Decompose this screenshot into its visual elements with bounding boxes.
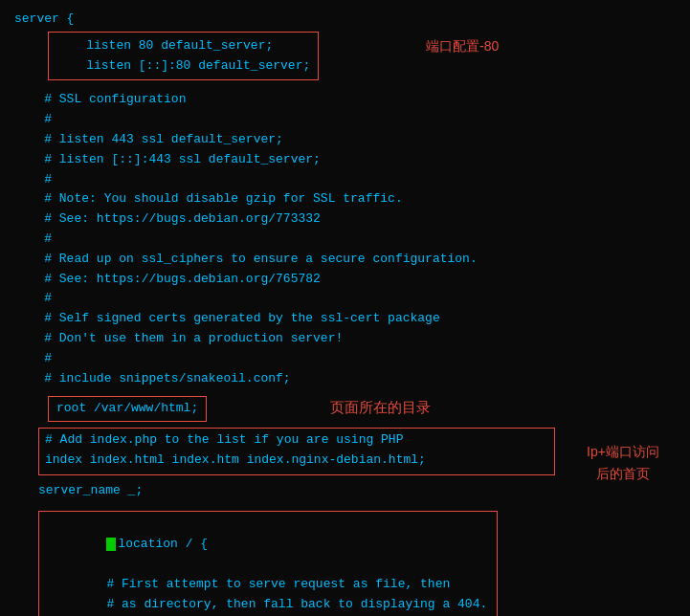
- index-line: index index.html index.htm index.nginx-d…: [45, 451, 548, 471]
- hash2-line: #: [14, 170, 680, 190]
- read-line: # Read up on ssl_ciphers to ensure a sec…: [14, 250, 680, 270]
- hash3-line: #: [14, 230, 680, 250]
- hash5-line: #: [14, 349, 680, 369]
- first-attempt-line: # First attempt to serve request as file…: [47, 575, 489, 595]
- include-line: # include snippets/snakeoil.conf;: [14, 369, 680, 389]
- listen1-line: listen 80 default_server;: [56, 36, 310, 56]
- listen443-1-line: # listen 443 ssl default_server;: [14, 130, 680, 150]
- listen-box: listen 80 default_server; listen [::]:80…: [48, 32, 319, 81]
- index-section: # Add index.php to the list if you are u…: [14, 428, 680, 475]
- listen443-2-line: # listen [::]:443 ssl default_server;: [14, 150, 680, 170]
- code-area: server { listen 80 default_server; liste…: [0, 0, 690, 616]
- self-line: # Self signed certs generated by the ssl…: [14, 309, 680, 329]
- port-config-annotation: 端口配置-80: [426, 35, 499, 56]
- root-line: root /var/www/html;: [48, 396, 207, 422]
- see2-line: # See: https://bugs.debian.org/765782: [14, 270, 680, 290]
- dont-line: # Don't use them in a production server!: [14, 329, 680, 349]
- ssl-config-line: # SSL configuration: [14, 90, 680, 110]
- ssl-comments: # SSL configuration # # listen 443 ssl d…: [14, 90, 680, 388]
- add-index-line: # Add index.php to the list if you are u…: [45, 430, 548, 451]
- green-cursor: [106, 538, 116, 551]
- hash4-line: #: [14, 289, 680, 309]
- hash1-line: #: [14, 110, 680, 130]
- note-line: # Note: You should disable gzip for SSL …: [14, 189, 680, 209]
- ip-port-annotation: Ip+端口访问后的首页: [575, 441, 671, 484]
- server-open-line: server {: [14, 10, 680, 30]
- see1-line: # See: https://bugs.debian.org/773332: [14, 209, 680, 230]
- page-dir-annotation: 页面所在的目录: [330, 396, 431, 419]
- as-directory-line: # as directory, then fall back to displa…: [47, 595, 489, 615]
- listen2-line: listen [::]:80 default_server;: [56, 56, 310, 77]
- location-block: location / { # First attempt to serve re…: [38, 511, 498, 616]
- location-open-line: location / {: [47, 516, 489, 575]
- location-section: location / { # First attempt to serve re…: [38, 507, 680, 616]
- listen-section: listen 80 default_server; listen [::]:80…: [14, 32, 680, 85]
- root-section: root /var/www/html; 页面所在的目录: [14, 396, 680, 422]
